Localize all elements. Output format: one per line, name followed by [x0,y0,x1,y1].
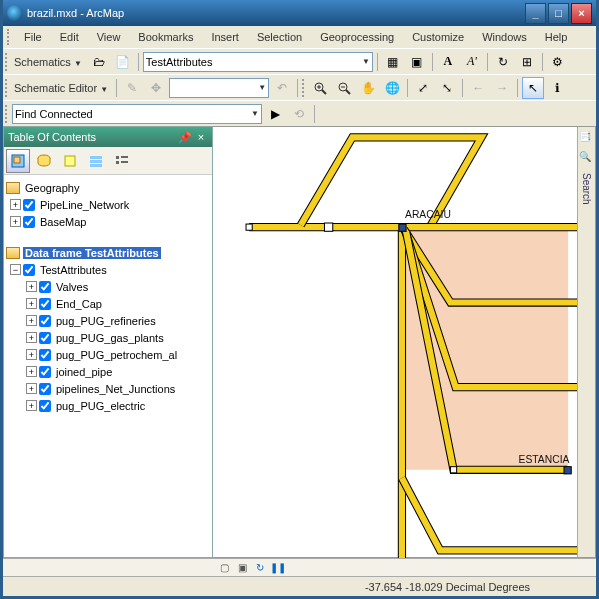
search-tab[interactable]: Search [581,173,592,205]
layer-refineries[interactable]: +pug_PUG_refineries [6,312,210,329]
schematics-menu[interactable]: Schematics ▼ [12,56,86,68]
layer-joined-pipe[interactable]: +joined_pipe [6,363,210,380]
list-by-source-icon[interactable] [32,149,56,173]
open-schematic-icon[interactable]: 🗁 [88,51,110,73]
refresh-view-icon[interactable]: ↻ [253,561,267,575]
menu-edit[interactable]: Edit [52,29,87,45]
grip-icon[interactable] [7,29,12,45]
refresh-icon[interactable]: ↻ [492,51,514,73]
zoom-out-icon[interactable] [333,77,355,99]
run-trace-icon[interactable]: ▶ [264,103,286,125]
layer-checkbox[interactable] [39,366,51,378]
view-tabs-bar: ▢ ▣ ↻ ❚❚ [3,558,596,576]
layer-electric[interactable]: +pug_PUG_electric [6,397,210,414]
expand-icon[interactable]: + [10,216,21,227]
layer-checkbox[interactable] [39,400,51,412]
catalog-icon[interactable]: 📑 [579,131,595,147]
menu-file[interactable]: File [16,29,50,45]
menu-windows[interactable]: Windows [474,29,535,45]
layer-checkbox[interactable] [39,315,51,327]
expand-icon[interactable]: + [26,400,37,411]
bold-icon[interactable]: A [437,51,459,73]
layer-checkbox[interactable] [23,264,35,276]
menu-bookmarks[interactable]: Bookmarks [130,29,201,45]
grip-icon[interactable] [5,105,10,123]
schematic-diagram[interactable]: ARACAIU ESTANCIA [213,127,595,558]
titlebar[interactable]: brazil.mxd - ArcMap _ □ × [3,0,596,26]
layer-checkbox[interactable] [39,383,51,395]
identify-icon[interactable]: ℹ [546,77,568,99]
layer-checkbox[interactable] [39,298,51,310]
clear-sel-icon[interactable]: ⤡ [436,77,458,99]
layer-basemap[interactable]: +BaseMap [6,213,210,230]
menu-customize[interactable]: Customize [404,29,472,45]
layer-checkbox[interactable] [23,216,35,228]
extent-icon[interactable]: ▣ [406,51,428,73]
findconnected-combo[interactable]: Find Connected▼ [12,104,262,124]
menu-selection[interactable]: Selection [249,29,310,45]
close-panel-icon[interactable]: × [194,130,208,144]
expand-icon[interactable]: + [26,349,37,360]
layer-checkbox[interactable] [23,199,35,211]
pause-draw-icon[interactable]: ❚❚ [271,561,285,575]
grip-icon[interactable] [5,79,10,97]
expand-icon[interactable]: + [26,332,37,343]
list-by-drawing-icon[interactable] [6,149,30,173]
undo-icon: ↶ [271,77,293,99]
toc-tree[interactable]: Geography +PipeLine_Network +BaseMap Dat… [4,175,212,557]
select-all-icon[interactable]: ▦ [382,51,404,73]
layout-view-icon[interactable]: ▣ [235,561,249,575]
expand-icon[interactable]: + [26,315,37,326]
layer-valves[interactable]: +Valves [6,278,210,295]
toolbar-editor: Schematic Editor ▼ ✎ ✥ ▼ ↶ ✋ 🌐 ⤢ ⤡ ← → ↖… [3,74,596,100]
pin-icon[interactable]: 📌 [178,130,192,144]
list-by-visibility-icon[interactable] [58,149,82,173]
zoom-to-sel-icon[interactable]: ⤢ [412,77,434,99]
pan-icon[interactable]: ✋ [357,77,379,99]
toc-header[interactable]: Table Of Contents 📌 × [4,127,212,147]
layer-net-junctions[interactable]: +pipelines_Net_Junctions [6,380,210,397]
menu-insert[interactable]: Insert [203,29,247,45]
search-icon[interactable]: 🔍 [579,151,595,167]
italic-icon[interactable]: A' [461,51,483,73]
layer-checkbox[interactable] [39,349,51,361]
expand-icon[interactable]: + [26,298,37,309]
data-frame-geography[interactable]: Geography [6,179,210,196]
options-icon[interactable] [110,149,134,173]
expand-icon[interactable]: + [26,366,37,377]
layer-checkbox[interactable] [39,281,51,293]
data-view-icon[interactable]: ▢ [217,561,231,575]
new-schematic-icon[interactable]: 📄 [112,51,134,73]
list-by-selection-icon[interactable] [84,149,108,173]
menu-help[interactable]: Help [537,29,576,45]
data-frame-testattributes[interactable]: Data frame TestAttributes [6,244,210,261]
menu-view[interactable]: View [89,29,129,45]
full-extent-icon[interactable]: 🌐 [381,77,403,99]
grip-icon[interactable] [5,53,10,71]
minimize-button[interactable]: _ [525,3,546,24]
layer-petrochem[interactable]: +pug_PUG_petrochem_al [6,346,210,363]
zoom-in-icon[interactable] [309,77,331,99]
toc-toolbar [4,147,212,175]
group-testattributes[interactable]: −TestAttributes [6,261,210,278]
config-icon[interactable]: ⚙ [547,51,569,73]
expand-icon[interactable]: + [26,281,37,292]
close-button[interactable]: × [571,3,592,24]
select-elements-icon[interactable]: ↖ [522,77,544,99]
dataframe-icon [6,182,20,194]
maximize-button[interactable]: □ [548,3,569,24]
expand-icon[interactable]: + [10,199,21,210]
map-view[interactable]: ARACAIU ESTANCIA 📑 🔍 Search [213,126,596,558]
layer-checkbox[interactable] [39,332,51,344]
layer-gas-plants[interactable]: +pug_PUG_gas_plants [6,329,210,346]
expand-icon[interactable]: + [26,383,37,394]
grip-icon[interactable] [302,79,307,97]
collapse-icon[interactable]: − [10,264,21,275]
schematic-editor-menu[interactable]: Schematic Editor ▼ [12,82,112,94]
layer-pipeline-network[interactable]: +PipeLine_Network [6,196,210,213]
tree-icon[interactable]: ⊞ [516,51,538,73]
editor-combo[interactable]: ▼ [169,78,269,98]
schematic-combo[interactable]: TestAttributes▼ [143,52,373,72]
layer-end-cap[interactable]: +End_Cap [6,295,210,312]
menu-geoprocessing[interactable]: Geoprocessing [312,29,402,45]
